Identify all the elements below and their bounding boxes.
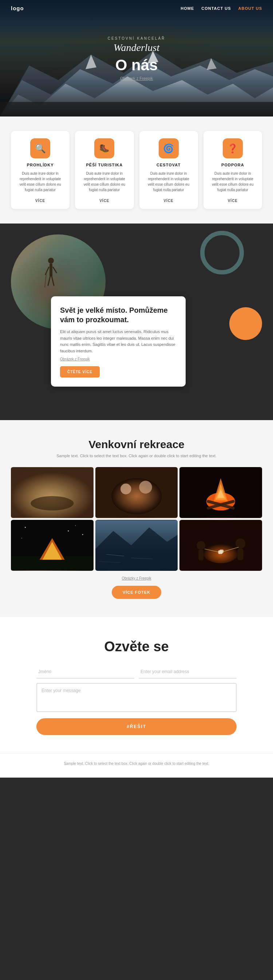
svg-point-35	[21, 538, 22, 538]
hero-section: CESTOVNÍ KANCELÁŘ Wanderlust O nás Obráz…	[0, 0, 273, 116]
svg-point-45	[197, 541, 206, 550]
card-title-1: PROHLÍDKY	[16, 163, 64, 167]
nav-home[interactable]: HOME	[181, 6, 194, 11]
gallery-credit: Obrázky z Freepik	[11, 576, 262, 580]
support-icon: ❓	[227, 143, 238, 154]
contact-title: Ozvěte se	[37, 639, 236, 655]
gallery-item-5	[95, 520, 178, 571]
gallery-img-2	[95, 467, 178, 518]
navbar: logo HOME CONTACT US ABOUT US	[0, 0, 273, 16]
svg-rect-39	[95, 549, 178, 570]
cards-section: 🔍 PROHLÍDKY Duis aute irure dolor in rep…	[0, 116, 273, 224]
svg-point-32	[25, 527, 26, 528]
contact-form: #ŘEŠIT	[37, 665, 236, 735]
feature-section: Svět je velké místo. Pomůžeme vám to pro…	[0, 224, 273, 420]
nav-contact[interactable]: CONTACT US	[201, 6, 231, 11]
contact-section: Ozvěte se #ŘEŠIT	[0, 617, 273, 753]
card-title-3: CESTOVAT	[145, 163, 192, 167]
form-row-top	[37, 665, 236, 679]
svg-line-13	[52, 276, 54, 285]
gallery-title: Venkovní rekreace	[11, 438, 262, 451]
gallery-grid-bottom	[11, 520, 262, 571]
gallery-item-4	[11, 520, 94, 571]
nav-links: HOME CONTACT US ABOUT US	[181, 6, 262, 11]
feature-read-more-button[interactable]: ČTĚTE VÍCE	[60, 366, 100, 377]
feature-circle-solid	[229, 307, 262, 340]
feature-circle-outline	[200, 231, 244, 275]
travel-icon: 🌀	[163, 143, 174, 154]
feature-credit: Obrázek z Freepik	[60, 357, 176, 361]
hiking-icon: 🥾	[99, 143, 110, 154]
svg-line-12	[48, 276, 50, 285]
svg-line-11	[53, 267, 56, 273]
cards-grid: 🔍 PROHLÍDKY Duis aute irure dolor in rep…	[11, 131, 262, 209]
card-cestovat: 🌀 CESTOVAT Duis aute irure dolor in repr…	[140, 131, 198, 209]
card-turistika: 🥾 PĚŠÍ TURISTIKA Duis aute irure dolor i…	[75, 131, 133, 209]
gallery-img-3	[179, 467, 262, 518]
hero-title: O nás	[108, 56, 166, 74]
agency-label: CESTOVNÍ KANCELÁŘ	[108, 37, 166, 40]
brand-name: Wanderlust	[108, 42, 166, 54]
card-icon-wrap-2: 🥾	[94, 138, 114, 158]
svg-rect-7	[0, 102, 273, 116]
svg-point-18	[111, 478, 162, 514]
gallery-subtitle: Sample text. Click to select the text bo…	[11, 453, 262, 458]
footer-text: Sample text. Click to select the text bo…	[11, 761, 262, 767]
card-icon-wrap-1: 🔍	[30, 138, 50, 158]
feature-text: Elit ut aliquam purus sit amet luctus ve…	[60, 329, 176, 354]
card-title-2: PĚŠÍ TURISTIKA	[81, 163, 128, 167]
svg-point-33	[75, 525, 76, 526]
gallery-item-3	[179, 467, 262, 518]
submit-button[interactable]: #ŘEŠIT	[37, 718, 236, 735]
gallery-img-1	[11, 467, 94, 518]
svg-rect-48	[238, 549, 243, 560]
card-title-4: PODPORA	[209, 163, 257, 167]
gallery-item-6	[179, 520, 262, 571]
card-text-3: Duis aute irure dolor in reprehenderit i…	[145, 171, 192, 192]
name-input[interactable]	[37, 665, 134, 679]
gallery-img-5	[95, 520, 178, 571]
gallery-section: Venkovní rekreace Sample text. Click to …	[0, 420, 273, 617]
hero-content: CESTOVNÍ KANCELÁŘ Wanderlust O nás Obráz…	[108, 37, 166, 80]
hero-credit: Obrázek z Freepik	[108, 76, 166, 80]
card-link-4[interactable]: VÍCE	[228, 199, 238, 203]
feature-content-box: Svět je velké místo. Pomůžeme vám to pro…	[51, 296, 186, 387]
card-icon-wrap-4: ❓	[223, 138, 243, 158]
email-input[interactable]	[139, 665, 236, 679]
card-text-4: Duis aute irure dolor in reprehenderit i…	[209, 171, 257, 192]
card-link-3[interactable]: VÍCE	[163, 199, 173, 203]
feature-title: Svět je velké místo. Pomůžeme vám to pro…	[60, 305, 176, 325]
svg-point-36	[68, 530, 69, 531]
svg-point-16	[30, 496, 73, 511]
svg-point-19	[121, 484, 132, 494]
nav-about[interactable]: ABOUT US	[238, 6, 262, 11]
nav-logo: logo	[11, 5, 24, 11]
card-text-2: Duis aute irure dolor in reprehenderit i…	[81, 171, 128, 192]
search-icon: 🔍	[35, 143, 46, 154]
gallery-item-2	[95, 467, 178, 518]
card-link-2[interactable]: VÍCE	[99, 199, 109, 203]
svg-rect-46	[199, 550, 204, 561]
svg-point-20	[139, 480, 152, 493]
gallery-grid-top	[11, 467, 262, 518]
svg-rect-52	[220, 550, 224, 553]
card-podpora: ❓ PODPORA Duis aute irure dolor in repre…	[203, 131, 262, 209]
svg-point-8	[48, 258, 54, 264]
svg-rect-9	[49, 264, 52, 276]
card-link-1[interactable]: VÍCE	[35, 199, 45, 203]
gallery-img-6	[179, 520, 262, 571]
card-text-1: Duis aute irure dolor in reprehenderit i…	[16, 171, 64, 192]
hiker-silhouette	[44, 256, 58, 293]
gallery-img-4	[11, 520, 94, 571]
svg-point-47	[235, 538, 246, 549]
card-prohlídky: 🔍 PROHLÍDKY Duis aute irure dolor in rep…	[11, 131, 70, 209]
svg-point-34	[82, 534, 83, 535]
card-icon-wrap-3: 🌀	[159, 138, 179, 158]
gallery-more-button[interactable]: VÍCE FOTEK	[112, 586, 161, 599]
gallery-item-1	[11, 467, 94, 518]
message-textarea[interactable]	[37, 683, 236, 712]
footer: Sample text. Click to select the text bo…	[0, 753, 273, 778]
